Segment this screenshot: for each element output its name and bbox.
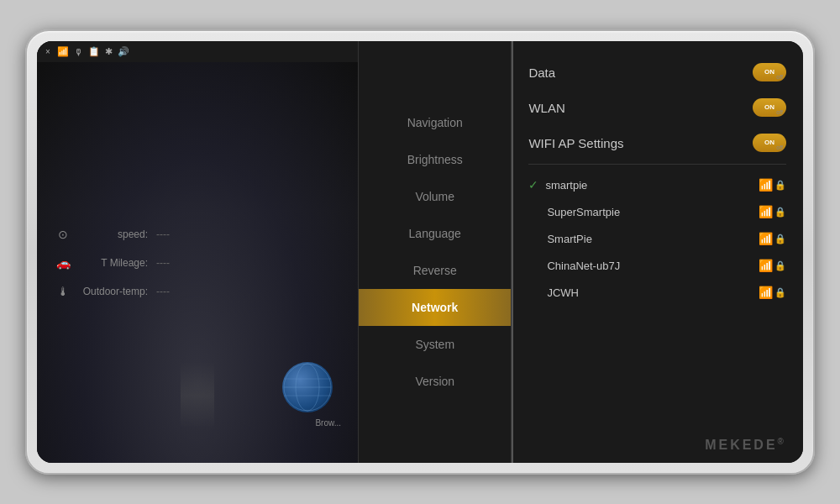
browse-label[interactable]: Brow...: [315, 418, 341, 428]
temp-label: Outdoor-temp:: [81, 286, 148, 297]
wlan-toggle-row: WLAN ON off: [512, 90, 803, 125]
menu-item-system[interactable]: System: [359, 326, 511, 363]
temp-row: 🌡 Outdoor-temp: ----: [54, 282, 341, 301]
dashboard-panel: × 📶 🎙 📋 ✱ 🔊 ⊙ speed: ---- 🚗: [37, 41, 359, 463]
mic-icon: 🎙: [74, 47, 83, 57]
status-bar: × 📶 🎙 📋 ✱ 🔊: [37, 41, 358, 62]
wifi-lock-icon-smartpie: 🔒: [774, 180, 786, 191]
data-label: Data: [528, 66, 555, 80]
wifi-name-smartpie: smartpie: [545, 179, 759, 192]
close-icon: ×: [45, 47, 50, 56]
wifi-ap-toggle-button[interactable]: ON off: [753, 134, 786, 152]
device-frame: × 📶 🎙 📋 ✱ 🔊 ⊙ speed: ---- 🚗: [25, 29, 815, 475]
data-toggle-row: Data ON off: [512, 55, 803, 90]
speedometer-icon: ⊙: [54, 225, 72, 244]
panel-divider: [512, 41, 513, 463]
wifi-ap-toggle-row: WIFI AP Settings ON off: [512, 125, 803, 160]
device-screen: × 📶 🎙 📋 ✱ 🔊 ⊙ speed: ---- 🚗: [37, 41, 803, 463]
speed-row: ⊙ speed: ----: [54, 225, 341, 244]
brand-watermark: MEKEDE®: [705, 437, 786, 453]
menu-item-network[interactable]: Network: [359, 289, 511, 326]
data-toggle-off-label: off: [776, 74, 783, 80]
wifi-item-jcwh[interactable]: JCWH 📶 🔒: [512, 279, 803, 306]
wifi-signal-icon-supersmartpie: 📶: [759, 205, 773, 218]
wifi-list: ✓ smartpie 📶 🔒 SuperSmartpie 📶 🔒 SmartPi…: [512, 171, 803, 306]
globe-icon[interactable]: [282, 362, 333, 412]
network-panel: Data ON off WLAN ON off WIFI AP Settings…: [512, 41, 803, 463]
speaker-icon: 🔊: [118, 46, 129, 57]
wlan-label: WLAN: [528, 101, 564, 115]
mileage-label: T Mileage:: [81, 257, 148, 269]
wifi-check-icon: ✓: [528, 178, 538, 192]
dashboard-content: ⊙ speed: ---- 🚗 T Mileage: ---- 🌡 Outdoo…: [37, 62, 358, 463]
wifi-item-smartpie2[interactable]: SmartPie 📶 🔒: [512, 225, 803, 252]
data-toggle-button[interactable]: ON off: [753, 63, 786, 81]
wifi-lock-icon-jcwh: 🔒: [774, 287, 786, 298]
wifi-lock-icon-smartpie2: 🔒: [774, 234, 786, 244]
wifi-status-icon: 📶: [57, 46, 69, 57]
wifi-signal-icon-smartpie2: 📶: [759, 232, 773, 245]
wlan-toggle-on-label: ON: [764, 104, 774, 111]
menu-item-language[interactable]: Language: [359, 215, 511, 252]
wifi-signal-icon-chinanet: 📶: [759, 259, 773, 272]
wifi-ap-toggle-on-label: ON: [764, 139, 774, 146]
wifi-item-chinanet[interactable]: ChinaNet-ub7J 📶 🔒: [512, 252, 803, 279]
bluetooth-icon: ✱: [105, 46, 113, 57]
divider: [528, 164, 786, 165]
mileage-value: ----: [156, 257, 170, 269]
clipboard-icon: 📋: [88, 46, 100, 57]
wifi-lock-icon-supersmartpie: 🔒: [774, 207, 786, 218]
menu-item-version[interactable]: Version: [359, 363, 511, 400]
menu-item-volume[interactable]: Volume: [359, 178, 511, 215]
wifi-ap-label: WIFI AP Settings: [528, 136, 623, 150]
car-icon: 🚗: [54, 254, 72, 272]
menu-item-navigation[interactable]: Navigation: [359, 104, 511, 141]
road-lines: [181, 362, 214, 429]
settings-menu: Navigation Brightness Volume Language Re…: [359, 41, 512, 463]
wifi-name-chinanet: ChinaNet-ub7J: [528, 260, 759, 272]
info-rows: ⊙ speed: ---- 🚗 T Mileage: ---- 🌡 Outdoo…: [54, 225, 341, 301]
wifi-name-smartpie2: SmartPie: [528, 233, 759, 245]
wlan-toggle-button[interactable]: ON off: [753, 98, 786, 117]
wifi-ap-toggle-off-label: off: [776, 144, 783, 150]
data-toggle-on-label: ON: [764, 69, 774, 76]
wifi-signal-icon-jcwh: 📶: [759, 286, 773, 299]
wifi-lock-icon-chinanet: 🔒: [774, 260, 786, 271]
wifi-item-smartpie[interactable]: ✓ smartpie 📶 🔒: [512, 171, 803, 198]
wlan-toggle-off-label: off: [776, 109, 783, 115]
thermometer-icon: 🌡: [54, 282, 72, 301]
mileage-row: 🚗 T Mileage: ----: [54, 254, 341, 272]
wifi-name-supersmartpie: SuperSmartpie: [528, 206, 759, 218]
wifi-name-jcwh: JCWH: [528, 286, 759, 299]
menu-item-reverse[interactable]: Reverse: [359, 252, 511, 289]
wifi-item-supersmartpie[interactable]: SuperSmartpie 📶 🔒: [512, 198, 803, 225]
menu-item-brightness[interactable]: Brightness: [359, 141, 511, 178]
wifi-signal-icon-smartpie: 📶: [759, 178, 773, 192]
temp-value: ----: [156, 286, 170, 297]
speed-label: speed:: [81, 228, 148, 240]
speed-value: ----: [156, 228, 170, 240]
